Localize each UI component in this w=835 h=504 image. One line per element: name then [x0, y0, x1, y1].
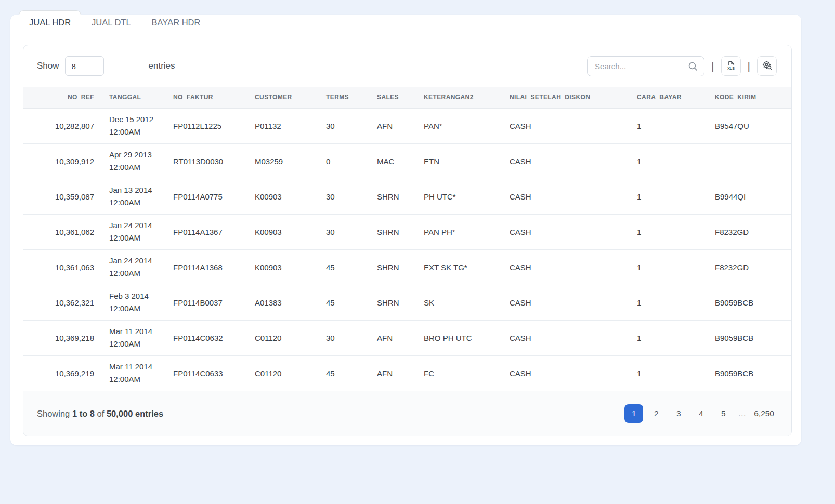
cell-customer: K00903 — [247, 179, 319, 214]
cell-nilai_setelah_diskon: CASH — [502, 355, 630, 391]
page-length-input[interactable] — [65, 56, 104, 76]
cell-terms: 45 — [319, 249, 370, 285]
cell-no_faktur: FP0112L1225 — [166, 108, 247, 143]
cell-cara_bayar: 1 — [630, 214, 708, 249]
cell-sales: SHRN — [370, 285, 416, 320]
table-row: 10,361,063Jan 24 201412:00AMFP0114A1368K… — [23, 249, 792, 285]
cell-kode_kirim: F8232GD — [708, 214, 792, 249]
toolbar-separator: | — [741, 60, 757, 72]
cell-no_faktur: RT0113D0030 — [166, 143, 247, 179]
table-row: 10,361,062Jan 24 201412:00AMFP0114A1367K… — [23, 214, 792, 249]
column-header-customer[interactable]: CUSTOMER — [247, 87, 319, 108]
cell-kode_kirim: B9059BCB — [708, 355, 792, 391]
pagination: 12345…6,250 — [624, 404, 777, 423]
column-header-keterangan2[interactable]: KETERANGAN2 — [416, 87, 502, 108]
column-header-terms[interactable]: TERMS — [319, 87, 370, 108]
cell-kode_kirim — [708, 143, 792, 179]
cell-nilai_setelah_diskon: CASH — [502, 143, 630, 179]
cell-nilai_setelah_diskon: CASH — [502, 285, 630, 320]
pagination-page-4[interactable]: 4 — [692, 404, 710, 423]
tab-bayar-hdr[interactable]: BAYAR HDR — [141, 10, 211, 34]
pagination-page-1[interactable]: 1 — [624, 404, 643, 423]
cell-customer: M03259 — [247, 143, 319, 179]
pagination-page-6250[interactable]: 6,250 — [751, 404, 777, 423]
cell-terms: 0 — [319, 143, 370, 179]
table-row: 10,362,321Feb 3 201412:00AMFP0114B0037A0… — [23, 285, 792, 320]
cell-no_faktur: FP0114B0037 — [166, 285, 247, 320]
table-row: 10,359,087Jan 13 201412:00AMFP0114A0775K… — [23, 179, 792, 214]
cell-tanggal: Jan 24 201412:00AM — [102, 249, 166, 285]
svg-text:XLS: XLS — [727, 66, 735, 70]
cell-cara_bayar: 1 — [630, 249, 708, 285]
cell-sales: MAC — [370, 143, 416, 179]
cell-sales: SHRN — [370, 249, 416, 285]
pagination-page-2[interactable]: 2 — [647, 404, 666, 423]
cell-customer: K00903 — [247, 214, 319, 249]
export-xls-button[interactable]: XLS — [721, 56, 741, 76]
cell-tanggal: Apr 29 201312:00AM — [102, 143, 166, 179]
column-header-tanggal[interactable]: TANGGAL — [102, 87, 166, 108]
cell-cara_bayar: 1 — [630, 320, 708, 355]
table-body: 10,282,807Dec 15 201212:00AMFP0112L1225P… — [23, 108, 792, 391]
column-settings-button[interactable] — [757, 56, 777, 76]
cell-customer: C01120 — [247, 320, 319, 355]
table-row: 10,282,807Dec 15 201212:00AMFP0112L1225P… — [23, 108, 792, 143]
cell-sales: SHRN — [370, 214, 416, 249]
column-header-nilai_setelah_diskon[interactable]: NILAI_SETELAH_DISKON — [502, 87, 630, 108]
column-header-no_faktur[interactable]: NO_FAKTUR — [166, 87, 247, 108]
table-toolbar: Show entries | XL — [23, 45, 791, 87]
column-header-no_ref[interactable]: NO_REF — [23, 87, 102, 108]
cell-no_ref: 10,369,218 — [23, 320, 102, 355]
cell-tanggal: Jan 13 201412:00AM — [102, 179, 166, 214]
pagination-page-5[interactable]: 5 — [714, 404, 733, 423]
cell-sales: AFN — [370, 320, 416, 355]
table-row: 10,369,219Mar 11 201412:00AMFP0114C0633C… — [23, 355, 792, 391]
column-header-kode_kirim[interactable]: KODE_KIRIM — [708, 87, 792, 108]
pagination-page-3[interactable]: 3 — [669, 404, 688, 423]
xls-file-icon: XLS — [725, 60, 737, 73]
entries-label: entries — [149, 61, 175, 71]
cell-customer: C01120 — [247, 355, 319, 391]
cell-no_ref: 10,361,062 — [23, 214, 102, 249]
tab-jual-hdr[interactable]: JUAL HDR — [19, 10, 81, 34]
cell-cara_bayar: 1 — [630, 179, 708, 214]
search-icon — [687, 61, 698, 74]
cell-kode_kirim: B9059BCB — [708, 285, 792, 320]
data-table: NO_REFTANGGALNO_FAKTURCUSTOMERTERMSSALES… — [23, 87, 792, 391]
cell-kode_kirim: F8232GD — [708, 249, 792, 285]
main-panel: Show entries | XL — [10, 15, 801, 445]
toolbar-separator: | — [704, 60, 721, 72]
pagination-ellipsis: … — [736, 404, 748, 423]
cell-no_faktur: FP0114A1367 — [166, 214, 247, 249]
cell-keterangan2: ETN — [416, 143, 502, 179]
cell-tanggal: Feb 3 201412:00AM — [102, 285, 166, 320]
showing-entries-text: Showing 1 to 8 of 50,000 entries — [37, 409, 163, 419]
cell-no_ref: 10,369,219 — [23, 355, 102, 391]
table-card: Show entries | XL — [23, 45, 792, 436]
cell-no_faktur: FP0114A1368 — [166, 249, 247, 285]
show-label: Show — [37, 61, 59, 71]
cell-tanggal: Jan 24 201412:00AM — [102, 214, 166, 249]
cell-no_ref: 10,361,063 — [23, 249, 102, 285]
column-header-sales[interactable]: SALES — [370, 87, 416, 108]
table-row: 10,369,218Mar 11 201412:00AMFP0114C0632C… — [23, 320, 792, 355]
tab-jual-dtl[interactable]: JUAL DTL — [81, 10, 141, 34]
cell-keterangan2: EXT SK TG* — [416, 249, 502, 285]
showing-prefix: Showing — [37, 409, 72, 418]
cell-keterangan2: BRO PH UTC — [416, 320, 502, 355]
column-header-cara_bayar[interactable]: CARA_BAYAR — [630, 87, 708, 108]
cell-nilai_setelah_diskon: CASH — [502, 320, 630, 355]
search-box — [587, 56, 704, 76]
cell-no_ref: 10,359,087 — [23, 179, 102, 214]
cell-tanggal: Mar 11 201412:00AM — [102, 320, 166, 355]
cell-customer: K00903 — [247, 249, 319, 285]
cell-customer: P01132 — [247, 108, 319, 143]
cell-no_ref: 10,282,807 — [23, 108, 102, 143]
gear-search-icon — [761, 59, 773, 73]
cell-terms: 30 — [319, 179, 370, 214]
showing-range: 1 to 8 — [72, 409, 95, 418]
cell-no_faktur: FP0114C0633 — [166, 355, 247, 391]
cell-tanggal: Dec 15 201212:00AM — [102, 108, 166, 143]
cell-sales: AFN — [370, 108, 416, 143]
tab-bar: JUAL HDRJUAL DTLBAYAR HDR — [19, 10, 211, 34]
